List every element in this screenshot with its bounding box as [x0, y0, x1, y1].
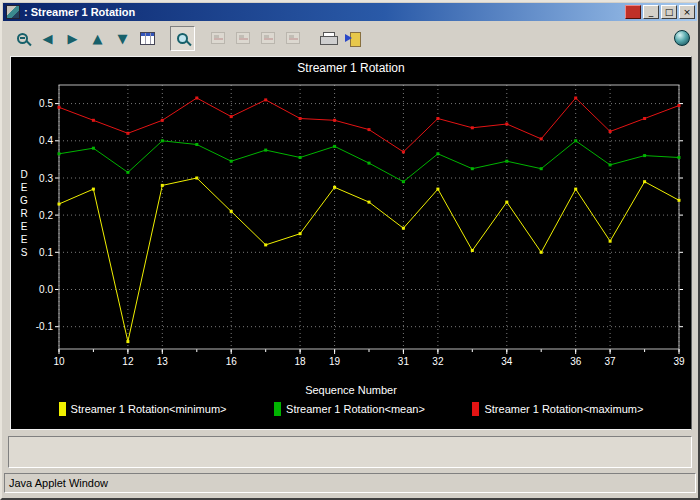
maximize-button[interactable]: □ [661, 5, 677, 19]
minimize-button[interactable]: _ [643, 5, 659, 19]
svg-text:-0.1: -0.1 [36, 321, 54, 332]
legend-label: Streamer 1 Rotation<mean> [286, 403, 425, 415]
svg-text:10: 10 [53, 356, 65, 367]
globe-icon [674, 30, 690, 46]
svg-text:18: 18 [295, 356, 307, 367]
svg-text:0.2: 0.2 [39, 210, 53, 221]
svg-text:D: D [20, 169, 27, 180]
disabled-tool-1-icon [211, 32, 225, 44]
zoom-select-button[interactable] [170, 26, 195, 51]
disabled-tool-4-button[interactable] [280, 26, 305, 51]
toolbar-separator [160, 24, 170, 52]
svg-text:S: S [21, 247, 28, 258]
toolbar-separator [195, 24, 205, 52]
svg-text:37: 37 [605, 356, 617, 367]
svg-text:0.4: 0.4 [39, 135, 53, 146]
arrow-left-icon: ◀ [43, 32, 53, 45]
up-button[interactable]: ▲ [85, 26, 110, 51]
svg-text:12: 12 [122, 356, 134, 367]
magnifier-icon [177, 33, 188, 44]
legend-label: Streamer 1 Rotation<minimum> [71, 403, 227, 415]
svg-text:E: E [21, 182, 28, 193]
svg-text:36: 36 [570, 356, 582, 367]
disabled-tool-1-button[interactable] [205, 26, 230, 51]
down-button[interactable]: ▼ [110, 26, 135, 51]
svg-text:E: E [21, 234, 28, 245]
svg-text:39: 39 [673, 356, 685, 367]
toolbar: ◀ ▶ ▲ ▼ [2, 22, 698, 54]
chart-area: Streamer 1 Rotation 0.50.40.30.20.10.0-0… [2, 54, 698, 430]
svg-text:G: G [20, 195, 28, 206]
svg-text:E: E [21, 221, 28, 232]
svg-text:13: 13 [157, 356, 169, 367]
legend: Streamer 1 Rotation<minimum> Streamer 1 … [11, 397, 691, 421]
svg-text:31: 31 [398, 356, 410, 367]
disabled-tool-3-icon [261, 32, 275, 44]
forward-button[interactable]: ▶ [60, 26, 85, 51]
disabled-tool-2-button[interactable] [230, 26, 255, 51]
disabled-tool-4-icon [286, 32, 300, 44]
legend-item-mean: Streamer 1 Rotation<mean> [274, 402, 425, 416]
status-text: Java Applet Window [9, 477, 108, 489]
svg-text:34: 34 [501, 356, 513, 367]
arrow-down-icon: ▼ [118, 32, 128, 45]
export-button[interactable] [340, 26, 365, 51]
close-button[interactable]: × [679, 5, 695, 19]
toolbar-separator [305, 24, 315, 52]
message-panel [8, 436, 692, 468]
maximum-swatch-icon [472, 402, 479, 416]
window-title: : Streamer 1 Rotation [24, 6, 623, 18]
title-bar[interactable]: : Streamer 1 Rotation _ □ × [3, 3, 697, 21]
status-bar: Java Applet Window [4, 473, 696, 493]
print-button[interactable] [315, 26, 340, 51]
svg-text:16: 16 [226, 356, 238, 367]
mean-swatch-icon [274, 402, 281, 416]
disabled-tool-2-icon [236, 32, 250, 44]
svg-text:32: 32 [432, 356, 444, 367]
svg-text:R: R [20, 208, 27, 219]
legend-item-maximum: Streamer 1 Rotation<maximum> [472, 402, 643, 416]
disabled-tool-3-button[interactable] [255, 26, 280, 51]
legend-item-minimum: Streamer 1 Rotation<minimum> [59, 402, 227, 416]
printer-icon [320, 32, 336, 45]
arrow-up-icon: ▲ [93, 32, 103, 45]
svg-text:19: 19 [329, 356, 341, 367]
svg-text:0.0: 0.0 [39, 284, 53, 295]
zoom-out-button[interactable] [10, 26, 35, 51]
svg-text:0.1: 0.1 [39, 247, 53, 258]
applet-red-button[interactable] [625, 5, 641, 19]
chart-plot[interactable]: 0.50.40.30.20.10.0-0.1101213161819313234… [13, 77, 689, 383]
svg-text:0.3: 0.3 [39, 173, 53, 184]
chart-panel: Streamer 1 Rotation 0.50.40.30.20.10.0-0… [10, 56, 692, 430]
table-view-button[interactable] [135, 26, 160, 51]
x-axis-label: Sequence Number [305, 383, 397, 397]
back-button[interactable]: ◀ [35, 26, 60, 51]
chart-title: Streamer 1 Rotation [297, 59, 404, 77]
app-window: : Streamer 1 Rotation _ □ × ◀ ▶ ▲ ▼ Stre… [0, 0, 700, 500]
zoom-out-icon [17, 33, 28, 44]
legend-label: Streamer 1 Rotation<maximum> [484, 403, 643, 415]
svg-text:0.5: 0.5 [39, 98, 53, 109]
table-icon [140, 32, 155, 45]
arrow-right-icon: ▶ [68, 32, 78, 45]
minimum-swatch-icon [59, 402, 66, 416]
window-icon [6, 5, 20, 19]
export-icon [345, 32, 361, 45]
